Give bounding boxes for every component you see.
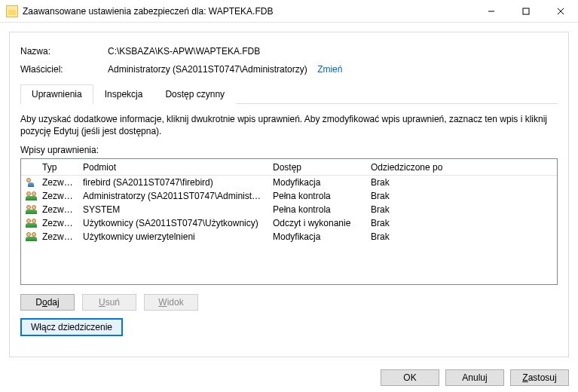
col-principal[interactable]: Podmiot	[78, 162, 268, 173]
cell-inherited: Brak	[366, 204, 557, 215]
table-row[interactable]: Zezw…Administratorzy (SA2011ST0747\Admin…	[21, 189, 557, 203]
ok-button[interactable]: OK	[381, 369, 439, 386]
cell-principal: SYSTEM	[78, 204, 268, 215]
cell-inherited: Brak	[366, 231, 557, 242]
name-label: Nazwa:	[20, 46, 108, 57]
cell-inherited: Brak	[366, 191, 557, 201]
table-row[interactable]: Zezw…firebird (SA2011ST0747\firebird)Mod…	[21, 176, 557, 189]
tab-effective-access[interactable]: Dostęp czynny	[154, 84, 236, 104]
add-button[interactable]: Dodaj	[20, 294, 75, 311]
group-icon	[26, 191, 38, 201]
cell-type: Zezw…	[38, 191, 78, 201]
minimize-button[interactable]	[474, 0, 509, 23]
cell-principal: firebird (SA2011ST0747\firebird)	[78, 177, 268, 188]
cell-type: Zezw…	[38, 231, 78, 242]
window-title: Zaawansowane ustawienia zabezpieczeń dla…	[23, 6, 273, 17]
tab-auditing[interactable]: Inspekcja	[93, 84, 154, 104]
enable-inheritance-button[interactable]: Włącz dziedziczenie	[20, 318, 123, 336]
cell-access: Odczyt i wykonanie	[268, 218, 366, 228]
cell-principal: Administratorzy (SA2011ST0747\Administra…	[78, 191, 268, 201]
folder-icon	[6, 5, 18, 17]
svg-rect-1	[523, 8, 529, 14]
cell-type: Zezw…	[38, 218, 78, 228]
tab-panel-permissions: Aby uzyskać dodatkowe informacje, klikni…	[20, 104, 558, 336]
dialog-body: Nazwa: C:\KSBAZA\KS-APW\WAPTEKA.FDB Właś…	[9, 32, 569, 357]
maximize-button[interactable]	[509, 0, 543, 23]
info-text: Aby uzyskać dodatkowe informacje, klikni…	[20, 113, 558, 137]
permissions-list[interactable]: Typ Podmiot Dostęp Odziedziczone po Zezw…	[20, 158, 558, 285]
list-header: Typ Podmiot Dostęp Odziedziczone po	[21, 159, 557, 176]
view-button: Widok	[144, 294, 198, 311]
owner-label: Właściciel:	[20, 64, 108, 75]
table-row[interactable]: Zezw…Użytkownicy (SA2011ST0747\Użytkowni…	[21, 216, 557, 230]
tab-permissions[interactable]: Uprawnienia	[20, 84, 93, 104]
owner-value: Administratorzy (SA2011ST0747\Administra…	[108, 64, 342, 75]
user-icon	[26, 178, 38, 187]
change-owner-link[interactable]: Zmień	[317, 64, 342, 75]
apply-button[interactable]: Zastosuj	[510, 369, 569, 386]
cell-access: Pełna kontrola	[268, 191, 366, 201]
cell-type: Zezw…	[38, 177, 78, 188]
dialog-footer: OK Anuluj Zastosuj	[381, 369, 569, 386]
col-access[interactable]: Dostęp	[268, 162, 366, 173]
name-value: C:\KSBAZA\KS-APW\WAPTEKA.FDB	[108, 46, 260, 57]
titlebar: Zaawansowane ustawienia zabezpieczeń dla…	[0, 0, 578, 23]
close-button[interactable]	[543, 0, 578, 23]
table-row[interactable]: Zezw…Użytkownicy uwierzytelnieniModyfika…	[21, 230, 557, 243]
group-icon	[26, 205, 38, 214]
cell-access: Pełna kontrola	[268, 204, 366, 215]
cell-inherited: Brak	[366, 177, 557, 188]
cell-principal: Użytkownicy (SA2011ST0747\Użytkownicy)	[78, 218, 268, 228]
col-inherited[interactable]: Odziedziczone po	[366, 162, 557, 173]
remove-button: Usuń	[82, 294, 136, 311]
group-icon	[26, 219, 38, 228]
cell-principal: Użytkownicy uwierzytelnieni	[78, 231, 268, 242]
entries-label: Wpisy uprawnienia:	[20, 145, 558, 155]
tabs: Uprawnienia Inspekcja Dostęp czynny	[20, 84, 558, 104]
table-row[interactable]: Zezw…SYSTEMPełna kontrolaBrak	[21, 203, 557, 216]
cell-access: Modyfikacja	[268, 231, 366, 242]
cell-type: Zezw…	[38, 204, 78, 215]
col-type[interactable]: Typ	[38, 162, 78, 173]
owner-text: Administratorzy (SA2011ST0747\Administra…	[108, 64, 307, 75]
cancel-button[interactable]: Anuluj	[445, 369, 504, 386]
cell-inherited: Brak	[366, 218, 557, 228]
group-icon	[26, 232, 38, 241]
cell-access: Modyfikacja	[268, 177, 366, 188]
